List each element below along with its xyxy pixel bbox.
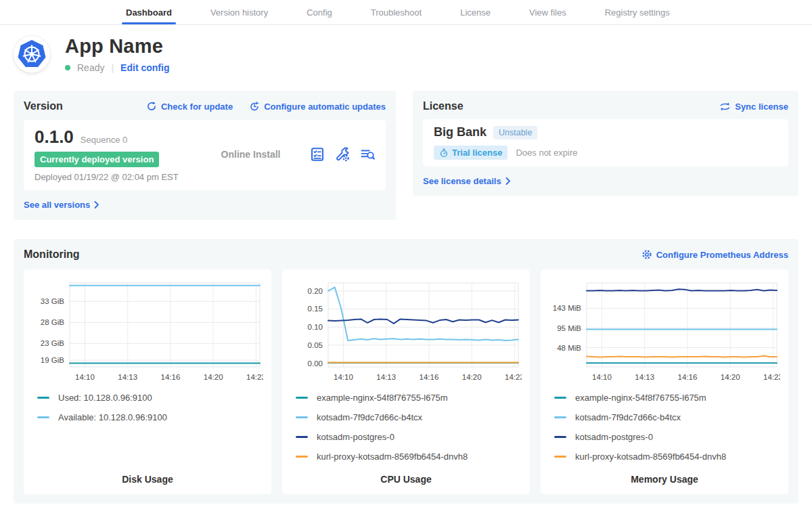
current-version-card: 0.1.0 Sequence 0 Currently deployed vers… — [24, 120, 386, 190]
deployed-timestamp: Deployed 01/19/22 @ 02:04 pm EST — [35, 172, 191, 182]
legend-label: kotsadm-7f9dc7d66c-b4tcx — [317, 412, 422, 422]
legend-item: kotsadm-postgres-0 — [296, 432, 522, 442]
version-title: Version — [24, 100, 63, 112]
version-panel: Version Check for update — [14, 91, 396, 220]
channel-badge: Unstable — [493, 126, 537, 139]
svg-text:14:16: 14:16 — [161, 373, 181, 381]
legend-item: kotsadm-7f9dc7d66c-b4tcx — [296, 412, 522, 422]
svg-text:23 GiB: 23 GiB — [41, 339, 64, 347]
view-logs-icon[interactable] — [360, 147, 375, 162]
legend-swatch — [296, 416, 308, 418]
license-panel: License Sync license Big Bank Unstable — [413, 91, 798, 196]
svg-text:14:13: 14:13 — [118, 373, 137, 381]
configure-automatic-updates-link[interactable]: Configure automatic updates — [249, 101, 386, 112]
legend-label: example-nginx-54f8f76755-l675m — [317, 393, 448, 403]
svg-text:14:10: 14:10 — [75, 373, 95, 381]
svg-text:14:20: 14:20 — [721, 373, 740, 381]
legend-label: kotsadm-postgres-0 — [575, 432, 653, 442]
license-title: License — [423, 100, 464, 112]
tab-license[interactable]: License — [460, 0, 491, 24]
legend-item: kurl-proxy-kotsadm-8569fb6454-dnvh8 — [554, 452, 780, 462]
disk-usage-legend: Used: 10.128.0.96:9100Available: 10.128.… — [32, 393, 263, 432]
chevron-right-icon — [505, 177, 511, 185]
see-all-versions-link[interactable]: See all versions — [24, 200, 99, 210]
legend-label: kotsadm-7f9dc7d66c-b4tcx — [575, 412, 681, 422]
tab-view-files[interactable]: View files — [529, 0, 566, 24]
svg-text:95 MiB: 95 MiB — [557, 324, 581, 332]
license-name: Big Bank — [434, 125, 487, 139]
svg-text:0.05: 0.05 — [308, 341, 323, 349]
legend-swatch — [554, 416, 566, 418]
kubernetes-icon — [14, 37, 49, 72]
app-logo — [14, 36, 50, 72]
legend-item: Available: 10.128.0.96:9100 — [37, 412, 263, 422]
svg-text:0.20: 0.20 — [308, 287, 323, 295]
sync-license-link[interactable]: Sync license — [719, 102, 788, 112]
legend-item: example-nginx-54f8f76755-l675m — [296, 393, 522, 403]
svg-text:14:13: 14:13 — [635, 373, 654, 381]
license-card: Big Bank Unstable Trial license Does not… — [423, 119, 788, 167]
edit-config-link[interactable]: Edit config — [120, 62, 169, 73]
svg-text:14:16: 14:16 — [420, 373, 439, 381]
tab-version-history[interactable]: Version history — [210, 0, 268, 24]
legend-label: kurl-proxy-kotsadm-8569fb6454-dnvh8 — [317, 452, 468, 462]
svg-text:14:16: 14:16 — [678, 373, 698, 381]
legend-swatch — [296, 436, 308, 438]
status-badge: Ready — [77, 62, 104, 73]
svg-text:48 MiB: 48 MiB — [557, 344, 581, 352]
trial-license-badge: Trial license — [434, 146, 508, 160]
tab-dashboard[interactable]: Dashboard — [126, 0, 172, 24]
deployed-version-badge: Currently deployed version — [35, 152, 159, 167]
legend-swatch — [554, 436, 566, 438]
legend-label: example-nginx-54f8f76755-l675m — [575, 393, 706, 403]
legend-swatch — [296, 397, 308, 399]
legend-label: Available: 10.128.0.96:9100 — [58, 412, 167, 422]
see-license-details-link[interactable]: See license details — [423, 176, 511, 186]
svg-text:19 GiB: 19 GiB — [41, 356, 64, 364]
monitoring-panel: Monitoring Configure Prometheus Address … — [14, 239, 798, 504]
legend-item: example-nginx-54f8f76755-l675m — [554, 393, 780, 403]
memory-usage-card: 48 MiB95 MiB143 MiB14:1014:1314:1614:201… — [541, 269, 788, 494]
svg-text:0.10: 0.10 — [308, 323, 323, 331]
stopwatch-icon — [439, 148, 449, 158]
refresh-icon — [146, 101, 157, 112]
legend-label: kurl-proxy-kotsadm-8569fb6454-dnvh8 — [575, 452, 726, 462]
app-header: App Name Ready | Edit config — [14, 35, 798, 73]
legend-swatch — [296, 456, 308, 458]
legend-swatch — [554, 456, 566, 458]
version-sequence: Sequence 0 — [81, 135, 127, 145]
status-dot — [65, 65, 70, 70]
cpu-usage-card: 0.000.050.100.150.2014:1014:1314:1614:20… — [282, 269, 530, 494]
legend-swatch — [37, 416, 49, 418]
preflight-checks-icon[interactable] — [310, 147, 325, 162]
svg-text:14:13: 14:13 — [376, 373, 396, 381]
tab-config[interactable]: Config — [307, 0, 332, 24]
legend-item: kurl-proxy-kotsadm-8569fb6454-dnvh8 — [296, 452, 522, 462]
svg-text:14:20: 14:20 — [204, 373, 223, 381]
legend-label: Used: 10.128.0.96:9100 — [58, 393, 152, 403]
top-navigation: Dashboard Version history Config Trouble… — [0, 0, 812, 25]
legend-item: Used: 10.128.0.96:9100 — [37, 393, 263, 403]
svg-text:14:23: 14:23 — [505, 373, 522, 381]
disk-usage-chart: 19 GiB23 GiB28 GiB33 GiB14:1014:1314:161… — [32, 278, 263, 385]
clock-update-icon — [249, 101, 260, 112]
memory-usage-plot: 48 MiB95 MiB143 MiB14:1014:1314:1614:201… — [549, 278, 780, 387]
tab-registry-settings[interactable]: Registry settings — [605, 0, 670, 24]
memory-usage-legend: example-nginx-54f8f76755-l675mkotsadm-7f… — [549, 393, 780, 471]
cpu-usage-legend: example-nginx-54f8f76755-l675mkotsadm-7f… — [290, 393, 522, 471]
svg-text:14:23: 14:23 — [246, 373, 263, 381]
cpu-usage-chart: 0.000.050.100.150.2014:1014:1314:1614:20… — [290, 278, 522, 385]
chevron-right-icon — [94, 201, 99, 208]
tab-troubleshoot[interactable]: Troubleshoot — [371, 0, 422, 24]
legend-item: kotsadm-postgres-0 — [554, 432, 780, 442]
svg-text:28 GiB: 28 GiB — [41, 318, 64, 326]
legend-label: kotsadm-postgres-0 — [317, 432, 394, 442]
disk-usage-plot: 19 GiB23 GiB28 GiB33 GiB14:1014:1314:161… — [32, 278, 263, 387]
check-for-update-link[interactable]: Check for update — [146, 101, 233, 112]
configure-prometheus-link[interactable]: Configure Prometheus Address — [641, 249, 788, 260]
install-type-label: Online Install — [191, 149, 310, 160]
sync-icon — [719, 102, 731, 112]
config-wrench-icon[interactable] — [335, 147, 350, 162]
legend-item: kotsadm-7f9dc7d66c-b4tcx — [554, 412, 780, 422]
license-expiry: Does not expire — [516, 148, 577, 158]
